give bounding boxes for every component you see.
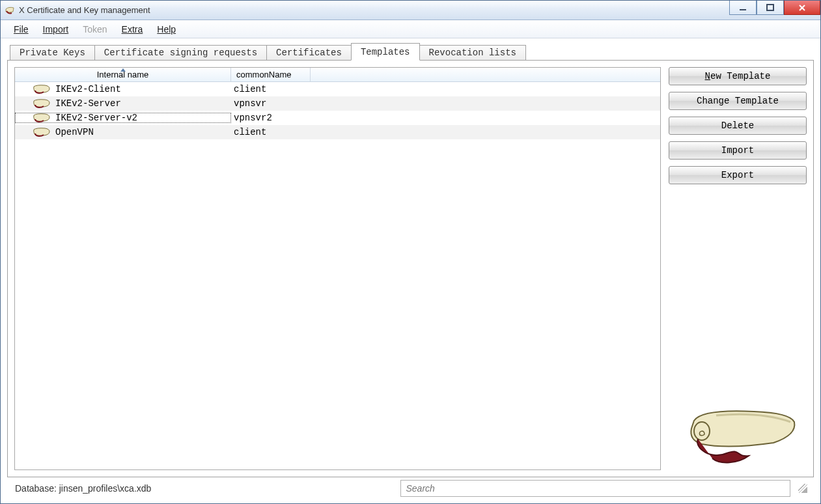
delete-button[interactable]: Delete xyxy=(669,117,807,135)
maximize-button[interactable] xyxy=(757,1,784,15)
menu-file[interactable]: File xyxy=(7,22,35,36)
tab-body: Internal name commonName IKEv2-Clientcli… xyxy=(7,60,814,477)
row-name: IKEv2-Server-v2 xyxy=(55,113,137,123)
app-window: X Certificate and Key management File Im… xyxy=(0,0,821,504)
row-name: OpenVPN xyxy=(55,127,94,137)
cell-internal-name: IKEv2-Server-v2 xyxy=(15,113,231,123)
cell-internal-name: OpenVPN xyxy=(15,127,231,137)
cell-common-name: vpnsvr xyxy=(231,98,311,109)
tab-certificates[interactable]: Certificates xyxy=(266,45,352,61)
close-icon xyxy=(798,3,807,12)
close-button[interactable] xyxy=(784,1,820,15)
menu-extra[interactable]: Extra xyxy=(115,22,150,36)
tab-templates[interactable]: Templates xyxy=(351,43,420,61)
menu-help[interactable]: Help xyxy=(150,22,182,36)
menu-import[interactable]: Import xyxy=(36,22,76,36)
minimize-icon xyxy=(739,4,747,12)
cell-internal-name: IKEv2-Client xyxy=(15,84,231,94)
resize-grip[interactable] xyxy=(798,484,807,493)
svg-rect-0 xyxy=(740,9,746,10)
menubar: File Import Token Extra Help xyxy=(1,20,820,38)
row-name: IKEv2-Client xyxy=(55,84,121,94)
table-row[interactable]: IKEv2-Clientclient xyxy=(15,82,660,96)
search-input[interactable] xyxy=(400,480,791,497)
new-template-button[interactable]: New Template xyxy=(669,67,807,85)
template-icon xyxy=(32,98,51,109)
statusbar: Database: jinsen_profiles\xca.xdb xyxy=(7,477,814,499)
column-internal-name[interactable]: Internal name xyxy=(15,68,231,81)
window-title: X Certificate and Key management xyxy=(19,5,729,15)
sort-asc-icon xyxy=(120,68,126,72)
list-rows[interactable]: IKEv2-ClientclientIKEv2-ServervpnsvrIKEv… xyxy=(15,82,660,469)
decorative-image xyxy=(669,191,807,470)
client-area: Private Keys Certificate signing request… xyxy=(1,38,820,503)
database-label: Database: jinsen_profiles\xca.xdb xyxy=(14,483,394,494)
menu-token: Token xyxy=(76,22,113,36)
side-button-panel: New Template Change Template Delete Impo… xyxy=(669,67,807,470)
table-row[interactable]: IKEv2-Server-v2vpnsvr2 xyxy=(15,111,660,125)
maximize-icon xyxy=(766,4,774,12)
tab-csr[interactable]: Certificate signing requests xyxy=(94,45,267,61)
table-row[interactable]: IKEv2-Servervpnsvr xyxy=(15,96,660,111)
column-common-name[interactable]: commonName xyxy=(231,68,311,81)
template-icon xyxy=(32,127,51,137)
titlebar[interactable]: X Certificate and Key management xyxy=(1,1,820,20)
template-icon xyxy=(32,84,51,94)
tab-revocation[interactable]: Revocation lists xyxy=(419,45,526,61)
column-spacer xyxy=(311,68,660,81)
window-controls xyxy=(729,1,820,20)
scroll-ribbon-icon xyxy=(5,5,15,16)
import-button[interactable]: Import xyxy=(669,141,807,160)
list-header: Internal name commonName xyxy=(15,68,660,82)
svg-rect-1 xyxy=(767,5,773,10)
cell-internal-name: IKEv2-Server xyxy=(15,98,231,109)
cell-common-name: client xyxy=(231,84,311,94)
table-row[interactable]: OpenVPNclient xyxy=(15,125,660,139)
app-icon xyxy=(5,5,15,16)
template-icon xyxy=(32,113,51,123)
export-button[interactable]: Export xyxy=(669,166,807,184)
change-template-button[interactable]: Change Template xyxy=(669,92,807,110)
column-label: commonName xyxy=(236,70,292,79)
scroll-ribbon-icon xyxy=(676,402,800,468)
row-name: IKEv2-Server xyxy=(55,98,121,109)
template-list: Internal name commonName IKEv2-Clientcli… xyxy=(14,67,661,470)
tab-strip: Private Keys Certificate signing request… xyxy=(10,45,814,61)
minimize-button[interactable] xyxy=(729,1,757,15)
tab-private-keys[interactable]: Private Keys xyxy=(10,45,95,61)
cell-common-name: vpnsvr2 xyxy=(231,113,311,123)
cell-common-name: client xyxy=(231,127,311,137)
